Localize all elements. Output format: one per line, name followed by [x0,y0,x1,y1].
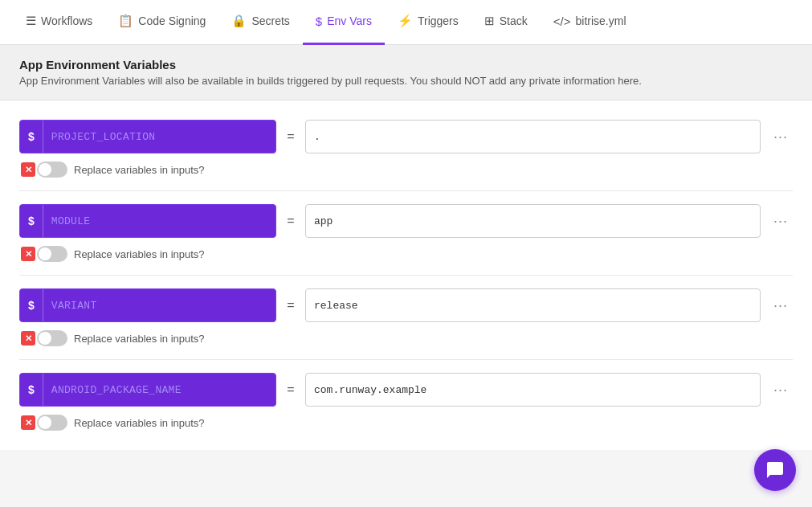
equals-0: = [284,129,297,144]
env-var-block-0: $ = ··· ✕ Replace variables in inputs? [19,107,793,191]
env-value-input-2[interactable] [305,288,761,322]
main-content: $ = ··· ✕ Replace variables in inputs? $… [0,100,812,450]
secrets-icon: 🔒 [231,14,247,28]
code-signing-icon: 📋 [118,14,133,28]
chat-button[interactable] [754,449,796,491]
replace-label-0: Replace variables in inputs? [74,164,205,176]
env-key-input-3[interactable] [43,374,275,406]
toggle-x-1: ✕ [21,246,67,262]
more-button-1[interactable]: ··· [769,210,793,233]
env-var-block-3: $ = ··· ✕ Replace variables in inputs? [19,360,793,444]
toggle-switch-0[interactable] [37,162,67,178]
top-nav: ☰ Workflows 📋 Code Signing 🔒 Secrets $ E… [0,0,812,45]
env-value-input-3[interactable] [305,373,761,407]
env-key-wrapper-0: $ [19,120,276,153]
toggle-x-3: ✕ [21,415,67,431]
x-badge-1: ✕ [21,247,35,261]
stack-icon: ⊞ [484,14,495,28]
env-key-wrapper-2: $ [19,288,276,322]
env-var-block-2: $ = ··· ✕ Replace variables in inputs? [19,276,793,360]
env-value-input-0[interactable] [305,120,761,153]
replace-label-1: Replace variables in inputs? [74,248,205,260]
chat-icon [765,460,785,480]
tab-stack-label: Stack [500,14,528,27]
x-badge-3: ✕ [21,415,35,430]
tab-secrets[interactable]: 🔒 Secrets [218,0,302,45]
more-button-3[interactable]: ··· [769,378,793,402]
triggers-icon: ⚡ [398,14,413,28]
env-var-row-0: $ = ··· [19,120,793,153]
replace-row-3: ✕ Replace variables in inputs? [19,415,793,431]
more-button-0[interactable]: ··· [769,125,793,149]
env-var-row-1: $ = ··· [19,204,793,238]
tab-bitrise-yml[interactable]: </> bitrise.yml [541,0,639,45]
dollar-icon-2: $ [20,289,43,321]
dollar-icon-1: $ [20,205,43,237]
workflows-icon: ☰ [26,14,36,28]
env-key-input-2[interactable] [43,289,275,321]
toggle-x-0: ✕ [21,162,67,178]
env-var-row-2: $ = ··· [19,288,793,322]
header-description: App Environment Variables will also be a… [19,75,793,87]
tab-workflows-label: Workflows [41,14,92,27]
env-vars-icon: $ [316,14,322,28]
replace-row-2: ✕ Replace variables in inputs? [19,330,793,346]
bitrise-yml-icon: </> [553,14,571,28]
page-title: App Environment Variables [19,58,793,72]
replace-label-3: Replace variables in inputs? [74,417,205,429]
replace-row-0: ✕ Replace variables in inputs? [19,162,793,178]
env-value-wrapper-3 [305,373,761,407]
tab-triggers-label: Triggers [418,14,459,27]
more-button-2[interactable]: ··· [769,294,793,317]
env-value-input-1[interactable] [305,204,761,238]
toggle-switch-2[interactable] [37,330,67,346]
equals-1: = [284,214,297,228]
env-var-block-1: $ = ··· ✕ Replace variables in inputs? [19,191,793,276]
tab-code-signing-label: Code Signing [138,14,206,27]
tab-bitrise-yml-label: bitrise.yml [575,14,626,27]
tab-code-signing[interactable]: 📋 Code Signing [105,0,218,45]
env-key-wrapper-3: $ [19,373,276,407]
header-section: App Environment Variables App Environmen… [0,45,812,100]
equals-2: = [284,298,297,313]
tab-env-vars-label: Env Vars [327,14,372,27]
x-badge-0: ✕ [21,162,35,177]
env-key-input-0[interactable] [43,121,275,153]
replace-row-1: ✕ Replace variables in inputs? [19,246,793,262]
tab-triggers[interactable]: ⚡ Triggers [385,0,471,45]
tab-env-vars[interactable]: $ Env Vars [303,0,385,45]
env-key-input-1[interactable] [43,205,275,237]
env-value-wrapper-2 [305,288,761,322]
equals-3: = [284,382,297,397]
dollar-icon-0: $ [20,121,43,153]
env-value-wrapper-0 [305,120,761,153]
toggle-switch-1[interactable] [37,246,67,262]
env-value-wrapper-1 [305,204,761,238]
tab-stack[interactable]: ⊞ Stack [471,0,541,45]
replace-label-2: Replace variables in inputs? [74,333,205,345]
tab-secrets-label: Secrets [251,14,289,27]
toggle-switch-3[interactable] [37,415,67,431]
env-key-wrapper-1: $ [19,204,276,238]
env-var-row-3: $ = ··· [19,373,793,407]
dollar-icon-3: $ [20,374,43,406]
tab-workflows[interactable]: ☰ Workflows [13,0,105,45]
toggle-x-2: ✕ [21,330,67,346]
x-badge-2: ✕ [21,331,35,345]
